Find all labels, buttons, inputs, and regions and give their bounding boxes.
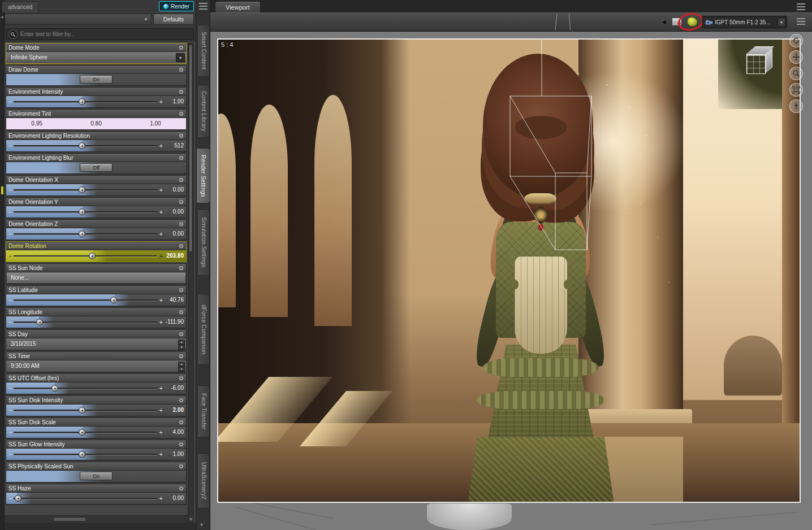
- spinner-buttons[interactable]: ▲▼: [178, 362, 185, 371]
- sidetab-face-transfer[interactable]: Face Transfer: [197, 385, 210, 437]
- param-slider[interactable]: −+1.00: [6, 96, 186, 107]
- param-spinbox[interactable]: 9:30:00 AM▲▼: [6, 360, 186, 372]
- param-dropdown[interactable]: Infinite Sphere▼: [6, 52, 186, 63]
- gear-icon[interactable]: [179, 398, 184, 403]
- gear-icon[interactable]: [179, 67, 184, 72]
- param-value[interactable]: -111.90: [166, 316, 184, 328]
- increment-button[interactable]: +: [159, 294, 163, 306]
- pan-tool-button[interactable]: [789, 50, 803, 64]
- gear-icon[interactable]: [179, 354, 184, 359]
- param-slider[interactable]: −+1.00: [6, 449, 186, 460]
- slider-track[interactable]: [14, 145, 157, 147]
- param-value[interactable]: 4.00: [173, 427, 184, 438]
- spinner-buttons[interactable]: ▲▼: [178, 340, 185, 349]
- menu-icon[interactable]: [199, 3, 208, 4]
- gear-icon[interactable]: [179, 177, 184, 183]
- sidetab-render-settings[interactable]: Render Settings: [196, 148, 210, 203]
- image-icon[interactable]: [672, 18, 682, 26]
- gear-icon[interactable]: [179, 89, 184, 94]
- scrollbar-down-arrow[interactable]: ▼: [188, 515, 194, 523]
- param-slider[interactable]: −+0.00: [6, 228, 186, 240]
- preset-dropdown[interactable]: ▼: [5, 14, 152, 25]
- slider-thumb[interactable]: [15, 495, 21, 502]
- gear-icon[interactable]: [179, 486, 184, 491]
- sidetab-ultrascenery2[interactable]: UltraScenery2: [197, 453, 210, 509]
- render-button[interactable]: Render: [159, 1, 194, 11]
- increment-button[interactable]: +: [159, 449, 163, 460]
- search-icon[interactable]: [8, 30, 18, 39]
- decrement-button[interactable]: −: [8, 96, 12, 107]
- gear-icon[interactable]: [179, 221, 184, 227]
- increment-button[interactable]: +: [159, 184, 163, 196]
- decrement-button[interactable]: −: [8, 250, 12, 262]
- slider-track[interactable]: [14, 322, 157, 323]
- param-value[interactable]: 40.76: [170, 294, 184, 306]
- gear-icon[interactable]: [179, 420, 184, 425]
- camera-selector[interactable]: IGPT 50mm F1.2 35... ▼: [702, 16, 787, 28]
- sidetab-smart-content[interactable]: Smart Content: [197, 25, 210, 77]
- decrement-button[interactable]: −: [8, 449, 12, 460]
- gear-icon[interactable]: [179, 199, 184, 205]
- viewport-canvas[interactable]: 5 : 4: [210, 32, 812, 530]
- slider-thumb[interactable]: [110, 297, 117, 303]
- increment-button[interactable]: +: [159, 493, 163, 504]
- increment-button[interactable]: +: [159, 140, 163, 151]
- frame-tool-button[interactable]: [789, 83, 803, 97]
- menu-icon[interactable]: [797, 18, 805, 19]
- strip-down-arrow[interactable]: ▼: [200, 523, 204, 527]
- decrement-button[interactable]: −: [8, 405, 12, 416]
- toggle-button[interactable]: Off: [80, 163, 113, 172]
- tab-viewport[interactable]: Viewport: [215, 1, 261, 12]
- orbit-tool-button[interactable]: [789, 34, 803, 47]
- tab-advanced[interactable]: advanced: [2, 1, 38, 12]
- color-swatch[interactable]: 0.950.801.00: [6, 118, 186, 129]
- gear-icon[interactable]: [179, 155, 184, 160]
- param-node-button[interactable]: None...: [6, 272, 186, 284]
- render-aspect-frame[interactable]: 5 : 4: [217, 38, 801, 503]
- decrement-button[interactable]: −: [8, 206, 12, 218]
- decrement-button[interactable]: −: [8, 493, 12, 504]
- slider-track[interactable]: [14, 233, 157, 235]
- figure-icon[interactable]: [687, 17, 698, 27]
- param-value[interactable]: 0.00: [173, 493, 184, 504]
- gear-icon[interactable]: [179, 464, 184, 469]
- toggle-button[interactable]: On: [80, 472, 113, 480]
- param-value[interactable]: 0.00: [173, 206, 184, 218]
- slider-track[interactable]: [14, 189, 157, 191]
- slider-track[interactable]: [14, 454, 157, 455]
- nav-back-icon[interactable]: ◀: [662, 19, 666, 25]
- sidetab-simulation-settings[interactable]: Simulation Settings: [197, 209, 210, 276]
- collapse-pane-icon[interactable]: ◀: [1, 15, 3, 19]
- increment-button[interactable]: +: [159, 316, 163, 328]
- decrement-button[interactable]: −: [8, 140, 12, 151]
- increment-button[interactable]: +: [159, 405, 163, 416]
- gear-icon[interactable]: [179, 288, 184, 293]
- param-slider[interactable]: −+-6.00: [6, 383, 186, 394]
- spin-down-icon[interactable]: ▼: [178, 345, 185, 350]
- slider-track[interactable]: [14, 101, 157, 103]
- param-value[interactable]: 1.00: [173, 96, 184, 107]
- decrement-button[interactable]: −: [8, 316, 12, 328]
- toggle-button[interactable]: On: [80, 75, 113, 84]
- sidetab-dforce-companion[interactable]: dForce Companion: [197, 294, 210, 365]
- gear-icon[interactable]: [179, 45, 184, 50]
- param-value[interactable]: 1.00: [173, 449, 184, 460]
- defaults-button[interactable]: Defaults: [153, 14, 194, 25]
- view-cube-front-face[interactable]: [746, 55, 766, 74]
- param-slider[interactable]: −+512: [6, 140, 186, 151]
- increment-button[interactable]: +: [159, 250, 163, 262]
- gear-icon[interactable]: [179, 376, 184, 381]
- chevron-down-icon[interactable]: ▼: [176, 53, 185, 62]
- view-cube[interactable]: [742, 45, 779, 79]
- decrement-button[interactable]: −: [8, 184, 12, 196]
- param-slider[interactable]: −+0.00: [6, 206, 186, 218]
- slider-track[interactable]: [14, 299, 157, 301]
- gear-icon[interactable]: [179, 332, 184, 337]
- vertical-scrollbar[interactable]: [188, 43, 194, 515]
- param-value[interactable]: 0.00: [173, 228, 184, 240]
- param-slider[interactable]: −+0.00: [6, 493, 186, 504]
- increment-button[interactable]: +: [159, 206, 163, 218]
- chevron-down-icon[interactable]: ▼: [778, 18, 785, 27]
- param-slider[interactable]: −+203.80: [6, 250, 186, 262]
- spin-up-icon[interactable]: ▲: [178, 362, 185, 367]
